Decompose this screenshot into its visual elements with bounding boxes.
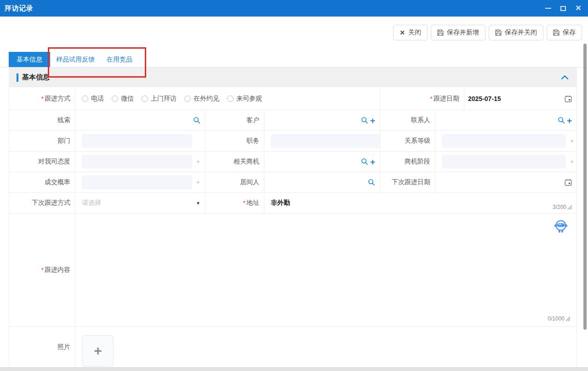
- search-icon[interactable]: [368, 179, 375, 186]
- follow-date-field[interactable]: 2025-07-15: [464, 87, 577, 110]
- lead-field[interactable]: [75, 110, 205, 130]
- address-field[interactable]: 非外勤 3/200: [264, 193, 577, 213]
- radio-option-wechat[interactable]: 微信: [112, 95, 134, 103]
- deal-probability-select[interactable]: [82, 175, 192, 189]
- contact-label: 联系人: [380, 110, 435, 130]
- lead-label: 线索: [9, 110, 75, 130]
- opportunity-stage-select[interactable]: [442, 155, 566, 169]
- ai-assistant-icon[interactable]: [554, 219, 568, 236]
- radio-icon: [184, 96, 191, 102]
- bottom-strip: [0, 367, 588, 371]
- search-icon[interactable]: [361, 158, 368, 165]
- resize-grip-icon[interactable]: [567, 204, 573, 210]
- form-row: 照片 +: [9, 327, 577, 367]
- chevron-down-icon[interactable]: ▼: [196, 180, 200, 185]
- visit-record-window: 拜访记录 ✕ ✕ 关闭 保存并新增 保存并关闭 保存 基本信息: [0, 0, 588, 371]
- search-icon[interactable]: [558, 117, 565, 124]
- required-asterisk: *: [243, 199, 245, 207]
- related-opportunity-field[interactable]: +: [264, 152, 380, 172]
- tab-basic-info[interactable]: 基本信息: [9, 52, 50, 67]
- customer-field[interactable]: +: [264, 110, 380, 130]
- close-icon[interactable]: ✕: [575, 5, 582, 11]
- attitude-field: ▼: [75, 152, 205, 172]
- tab-competing-products[interactable]: 在用竞品: [101, 52, 138, 67]
- radio-option-meet-outside[interactable]: 在外约见: [184, 95, 219, 103]
- minimize-icon[interactable]: [545, 5, 551, 11]
- job-title-input[interactable]: [271, 134, 380, 148]
- radio-option-company-visit[interactable]: 来司参观: [227, 95, 262, 103]
- required-asterisk: *: [41, 266, 44, 274]
- save-icon: [437, 29, 444, 36]
- radio-icon: [82, 96, 88, 102]
- radio-option-phone[interactable]: 电话: [82, 95, 104, 103]
- save-icon: [495, 29, 502, 36]
- department-input[interactable]: [82, 134, 192, 148]
- follow-date-value: 2025-07-15: [468, 95, 501, 102]
- close-button-label: 关闭: [408, 28, 421, 37]
- calendar-icon[interactable]: [565, 95, 572, 102]
- save-and-new-button[interactable]: 保存并新增: [431, 25, 485, 40]
- next-follow-date-field[interactable]: [435, 172, 577, 192]
- opportunity-stage-field: ▼: [435, 152, 577, 172]
- form-row: * 跟进方式 电话 微信 上门拜访: [9, 87, 577, 110]
- follow-content-textarea[interactable]: 0/1000: [75, 214, 577, 326]
- form-row: 部门 职务 关系等级 ▼: [9, 131, 577, 152]
- form-row: 成交概率 ▼ 居间人 下次跟进日期: [9, 172, 577, 193]
- customer-label: 客户: [205, 110, 264, 130]
- deal-probability-field: ▼: [75, 172, 205, 192]
- next-follow-method-label: 下次跟进方式: [9, 193, 75, 213]
- next-follow-method-field[interactable]: 请选择 ▼: [75, 193, 205, 213]
- collapse-section-button[interactable]: [561, 75, 569, 80]
- job-title-label: 职务: [205, 131, 264, 151]
- deal-probability-label: 成交概率: [9, 172, 75, 192]
- close-x-icon: ✕: [400, 29, 405, 36]
- form-row: 线索 客户 + 联系人 +: [9, 110, 577, 131]
- department-label: 部门: [9, 131, 75, 151]
- intermediary-field[interactable]: [264, 172, 380, 192]
- form-row: * 跟进内容 0/1000: [9, 214, 577, 327]
- intermediary-label: 居间人: [205, 172, 264, 192]
- resize-grip-icon[interactable]: [565, 316, 571, 322]
- add-icon[interactable]: +: [370, 116, 375, 125]
- chevron-down-icon[interactable]: ▼: [570, 159, 574, 164]
- contact-field[interactable]: +: [435, 110, 577, 130]
- search-icon[interactable]: [361, 117, 368, 124]
- save-button[interactable]: 保存: [547, 25, 582, 40]
- form-row: 对我司态度 ▼ 相关商机 + 商机阶段 ▼: [9, 152, 577, 172]
- follow-method-field: 电话 微信 上门拜访 在外约见: [75, 87, 380, 110]
- required-asterisk: *: [430, 95, 433, 102]
- section-header-basic-info: 基本信息: [9, 67, 577, 87]
- chevron-down-icon[interactable]: ▼: [196, 201, 200, 206]
- toolbar: ✕ 关闭 保存并新增 保存并关闭 保存: [0, 17, 588, 52]
- follow-method-radio-group: 电话 微信 上门拜访 在外约见: [82, 95, 262, 103]
- relation-level-field: ▼: [435, 131, 577, 151]
- radio-option-door-visit[interactable]: 上门拜访: [142, 95, 177, 103]
- address-char-counter: 3/200: [553, 204, 573, 210]
- department-field: [75, 131, 205, 151]
- search-icon[interactable]: [193, 117, 200, 124]
- relation-level-label: 关系等级: [380, 131, 435, 151]
- window-controls: ✕: [545, 5, 582, 11]
- save-and-close-label: 保存并关闭: [505, 28, 537, 37]
- vertical-scrollbar[interactable]: [583, 44, 587, 330]
- calendar-icon[interactable]: [565, 179, 572, 186]
- chevron-down-icon[interactable]: ▼: [196, 159, 200, 164]
- attitude-select[interactable]: [82, 155, 192, 169]
- upload-plus-icon: +: [94, 344, 102, 358]
- radio-icon: [142, 96, 148, 102]
- photo-label: 照片: [9, 327, 75, 367]
- next-follow-date-label: 下次跟进日期: [380, 172, 435, 192]
- maximize-icon[interactable]: [560, 5, 566, 11]
- tab-sample-trial-feedback[interactable]: 样品试用反馈: [50, 52, 101, 67]
- save-icon: [553, 29, 559, 36]
- chevron-down-icon[interactable]: ▼: [570, 139, 574, 144]
- add-icon[interactable]: +: [370, 157, 375, 166]
- save-and-close-button[interactable]: 保存并关闭: [489, 25, 543, 40]
- relation-level-select[interactable]: [442, 134, 566, 148]
- photo-upload-button[interactable]: +: [82, 335, 114, 366]
- close-button[interactable]: ✕ 关闭: [393, 25, 428, 40]
- follow-content-label: * 跟进内容: [9, 214, 75, 326]
- radio-icon: [112, 96, 118, 102]
- add-icon[interactable]: +: [567, 116, 572, 125]
- section-title: 基本信息: [22, 73, 50, 82]
